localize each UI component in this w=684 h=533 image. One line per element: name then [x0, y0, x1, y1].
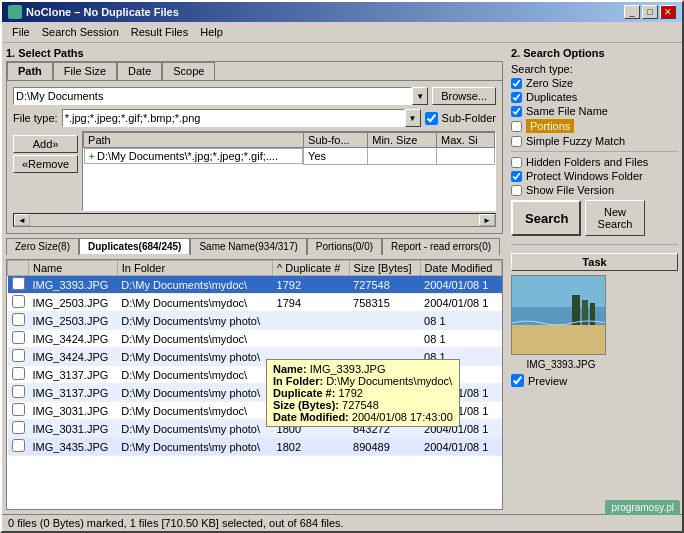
- row-checkbox-1[interactable]: [12, 295, 25, 308]
- task-button[interactable]: Task: [511, 253, 678, 271]
- title-bar: NoClone – No Duplicate Files _ □ ✕: [2, 2, 682, 22]
- col-dupnum[interactable]: ^ Duplicate #: [273, 261, 349, 276]
- cb-hidden-input[interactable]: [511, 157, 522, 168]
- cb-fuzzy-input[interactable]: [511, 136, 522, 147]
- browse-button[interactable]: Browse...: [432, 87, 496, 105]
- status-text: 0 files (0 Bytes) marked, 1 files [710.5…: [8, 517, 344, 529]
- path-cell: + D:\My Documents\*.jpg;*.jpeg;*.gif;...…: [84, 148, 304, 164]
- tab-report[interactable]: Report - read errors(0): [382, 238, 500, 255]
- col-path[interactable]: Path: [84, 133, 304, 148]
- col-size[interactable]: Size [Bytes]: [349, 261, 420, 276]
- subfolder-label: Sub-Folder: [442, 112, 496, 124]
- main-window: NoClone – No Duplicate Files _ □ ✕ File …: [0, 0, 684, 533]
- cb-version-label: Show File Version: [526, 184, 614, 196]
- col-subfolder[interactable]: Sub-fo...: [304, 133, 368, 148]
- path-input[interactable]: [13, 87, 412, 105]
- paths-table-container: Path Sub-fo... Min. Size Max. Si: [82, 131, 496, 211]
- cb-duplicates-label: Duplicates: [526, 91, 577, 103]
- add-button[interactable]: Add»: [13, 135, 78, 153]
- tab-filesize[interactable]: File Size: [53, 62, 117, 80]
- filetype-input[interactable]: [62, 109, 405, 127]
- menu-result-files[interactable]: Result Files: [125, 24, 194, 40]
- row-name-2: IMG_2503.JPG: [29, 312, 118, 330]
- tab-path[interactable]: Path: [7, 62, 53, 80]
- result-row-3[interactable]: IMG_3424.JPG D:\My Documents\mydoc\ 08 1: [8, 330, 502, 348]
- cb-duplicates-input[interactable]: [511, 92, 522, 103]
- cb-protect-label: Protect Windows Folder: [526, 170, 643, 182]
- search-button[interactable]: Search: [511, 200, 581, 236]
- select-paths-section: 1. Select Paths Path File Size Date Scop…: [6, 47, 503, 234]
- status-bar: 0 files (0 Bytes) marked, 1 files [710.5…: [2, 514, 682, 531]
- filetype-label: File type:: [13, 112, 58, 124]
- preview-checkbox[interactable]: [511, 374, 524, 387]
- col-maxsize[interactable]: Max. Si: [437, 133, 495, 148]
- row-check-4: [8, 348, 29, 366]
- menu-help[interactable]: Help: [194, 24, 229, 40]
- menu-file[interactable]: File: [6, 24, 36, 40]
- hscrollbar[interactable]: ◄ ►: [13, 213, 496, 227]
- row-checkbox-8[interactable]: [12, 421, 25, 434]
- subfolder-checkbox[interactable]: [425, 112, 438, 125]
- row-check-0: [8, 276, 29, 294]
- new-search-button[interactable]: New Search: [585, 200, 645, 236]
- cb-zero-size-input[interactable]: [511, 78, 522, 89]
- tooltip-folder: In Folder: D:\My Documents\mydoc\: [273, 375, 453, 387]
- row-checkbox-6[interactable]: [12, 385, 25, 398]
- close-button[interactable]: ✕: [660, 5, 676, 19]
- tab-date[interactable]: Date: [117, 62, 162, 80]
- title-bar-text: NoClone – No Duplicate Files: [8, 5, 179, 19]
- col-minsize[interactable]: Min. Size: [368, 133, 437, 148]
- row-folder-3: D:\My Documents\mydoc\: [117, 330, 272, 348]
- scroll-right-btn[interactable]: ►: [479, 214, 495, 226]
- row-checkbox-9[interactable]: [12, 439, 25, 452]
- cb-protect-input[interactable]: [511, 171, 522, 182]
- remove-button[interactable]: «Remove: [13, 155, 78, 173]
- result-row-0[interactable]: IMG_3393.JPG D:\My Documents\mydoc\ 1792…: [8, 276, 502, 294]
- scroll-left-btn[interactable]: ◄: [14, 214, 30, 226]
- main-content: 1. Select Paths Path File Size Date Scop…: [2, 43, 682, 514]
- row-checkbox-4[interactable]: [12, 349, 25, 362]
- window-title: NoClone – No Duplicate Files: [26, 6, 179, 18]
- tab-samename[interactable]: Same Name(934/317): [190, 238, 306, 255]
- menu-search-session[interactable]: Search Session: [36, 24, 125, 40]
- col-infolder[interactable]: In Folder: [117, 261, 272, 276]
- filetype-dropdown-btn[interactable]: ▼: [405, 109, 421, 127]
- row-size-9: 890489: [349, 438, 420, 456]
- maximize-button[interactable]: □: [642, 5, 658, 19]
- tab-duplicates[interactable]: Duplicates(684/245): [79, 238, 190, 255]
- path-dropdown-btn[interactable]: ▼: [412, 87, 428, 105]
- tab-scope[interactable]: Scope: [162, 62, 215, 80]
- row-checkbox-5[interactable]: [12, 367, 25, 380]
- row-checkbox-2[interactable]: [12, 313, 25, 326]
- row-name-7: IMG_3031.JPG: [29, 402, 118, 420]
- cb-hidden-label: Hidden Folders and Files: [526, 156, 648, 168]
- preview-svg: [512, 275, 605, 355]
- preview-filename: IMG_3393.JPG: [511, 359, 611, 370]
- cb-version-input[interactable]: [511, 185, 522, 196]
- tab-zerosize[interactable]: Zero Size(8): [6, 238, 79, 255]
- path-table-row[interactable]: + D:\My Documents\*.jpg;*.jpeg;*.gif;...…: [84, 148, 495, 165]
- row-folder-7: D:\My Documents\mydoc\: [117, 402, 272, 420]
- tab-portions[interactable]: Portions(0/0): [307, 238, 382, 255]
- preview-label: Preview: [528, 375, 567, 387]
- row-folder-2: D:\My Documents\my photo\: [117, 312, 272, 330]
- cb-portions-input[interactable]: [511, 121, 522, 132]
- row-checkbox-0[interactable]: [12, 277, 25, 290]
- tooltip-box: Name: IMG_3393.JPG In Folder: D:\My Docu…: [266, 359, 460, 427]
- col-check: [8, 261, 29, 276]
- result-row-2[interactable]: IMG_2503.JPG D:\My Documents\my photo\ 0…: [8, 312, 502, 330]
- result-row-1[interactable]: IMG_2503.JPG D:\My Documents\mydoc\ 1794…: [8, 294, 502, 312]
- row-name-1: IMG_2503.JPG: [29, 294, 118, 312]
- minsize-cell: [368, 148, 437, 165]
- col-date[interactable]: Date Modified: [420, 261, 501, 276]
- row-checkbox-3[interactable]: [12, 331, 25, 344]
- col-name[interactable]: Name: [29, 261, 118, 276]
- right-panel: 2. Search Options Search type: Zero Size…: [507, 43, 682, 514]
- cb-same-file-name-input[interactable]: [511, 106, 522, 117]
- minimize-button[interactable]: _: [624, 5, 640, 19]
- result-row-9[interactable]: IMG_3435.JPG D:\My Documents\my photo\ 1…: [8, 438, 502, 456]
- row-name-3: IMG_3424.JPG: [29, 330, 118, 348]
- row-check-6: [8, 384, 29, 402]
- row-folder-8: D:\My Documents\my photo\: [117, 420, 272, 438]
- row-checkbox-7[interactable]: [12, 403, 25, 416]
